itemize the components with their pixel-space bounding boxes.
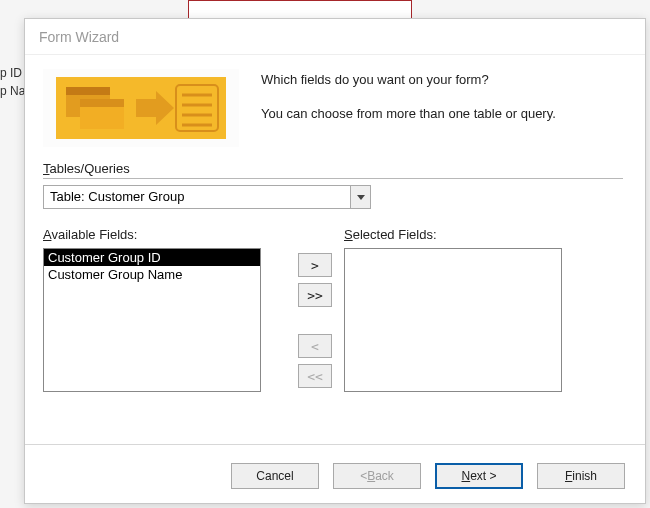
background-tab-outline [188, 0, 412, 20]
combobox-value: Table: Customer Group [44, 186, 350, 208]
available-fields-listbox[interactable]: Customer Group IDCustomer Group Name [43, 248, 261, 392]
svg-rect-2 [66, 87, 110, 95]
form-wizard-dialog: Form Wizard Which field [24, 18, 646, 504]
wizard-illustration [43, 69, 239, 147]
svg-rect-4 [80, 99, 124, 107]
list-item[interactable]: Customer Group Name [44, 266, 260, 283]
available-fields-label: Available Fields: [43, 227, 286, 242]
back-button: < Back [333, 463, 421, 489]
cancel-button[interactable]: Cancel [231, 463, 319, 489]
remove-all-button: << [298, 364, 332, 388]
wizard-prompt: Which fields do you want on your form? Y… [261, 69, 623, 123]
selected-fields-listbox[interactable] [344, 248, 562, 392]
tables-queries-combobox[interactable]: Table: Customer Group [43, 185, 371, 209]
next-button[interactable]: Next > [435, 463, 523, 489]
add-all-button[interactable]: >> [298, 283, 332, 307]
remove-one-button: < [298, 334, 332, 358]
selected-fields-label: Selected Fields: [344, 227, 623, 242]
finish-button[interactable]: Finish [537, 463, 625, 489]
button-divider [25, 444, 645, 445]
add-one-button[interactable]: > [298, 253, 332, 277]
chevron-down-icon [357, 195, 365, 200]
dialog-title: Form Wizard [25, 19, 645, 55]
combobox-dropdown-button[interactable] [350, 186, 370, 208]
list-item[interactable]: Customer Group ID [44, 249, 260, 266]
tables-queries-label: Tables/Queries [43, 161, 623, 179]
